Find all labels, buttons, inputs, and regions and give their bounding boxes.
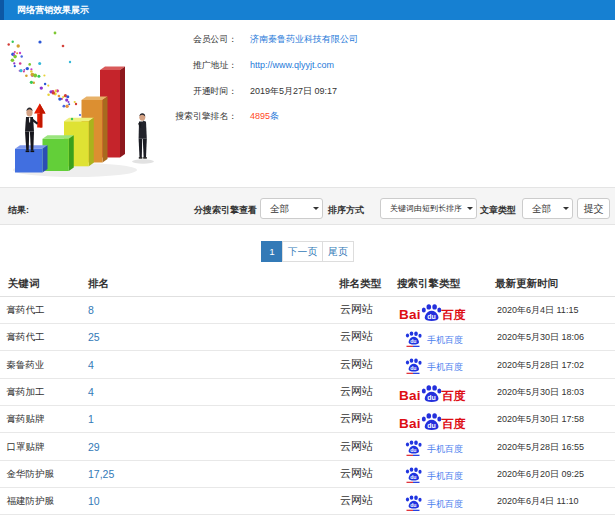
svg-text:du: du: [427, 395, 436, 402]
svg-text:du: du: [410, 365, 416, 371]
svg-text:手机百度: 手机百度: [427, 498, 463, 508]
svg-text:手机百度: 手机百度: [427, 471, 463, 481]
svg-text:du: du: [410, 502, 416, 508]
svg-text:百度: 百度: [441, 389, 466, 403]
svg-text:du: du: [427, 313, 436, 320]
svg-text:百度: 百度: [441, 416, 466, 430]
svg-text:du: du: [410, 447, 416, 453]
svg-text:百度: 百度: [441, 307, 466, 321]
svg-text:du: du: [427, 422, 436, 429]
svg-text:Bai: Bai: [399, 306, 421, 321]
svg-text:Bai: Bai: [399, 388, 421, 403]
svg-text:du: du: [410, 474, 416, 480]
svg-text:手机百度: 手机百度: [427, 444, 463, 454]
svg-text:Bai: Bai: [399, 415, 421, 430]
svg-text:手机百度: 手机百度: [427, 334, 463, 344]
svg-text:手机百度: 手机百度: [427, 362, 463, 372]
svg-text:du: du: [410, 338, 416, 344]
